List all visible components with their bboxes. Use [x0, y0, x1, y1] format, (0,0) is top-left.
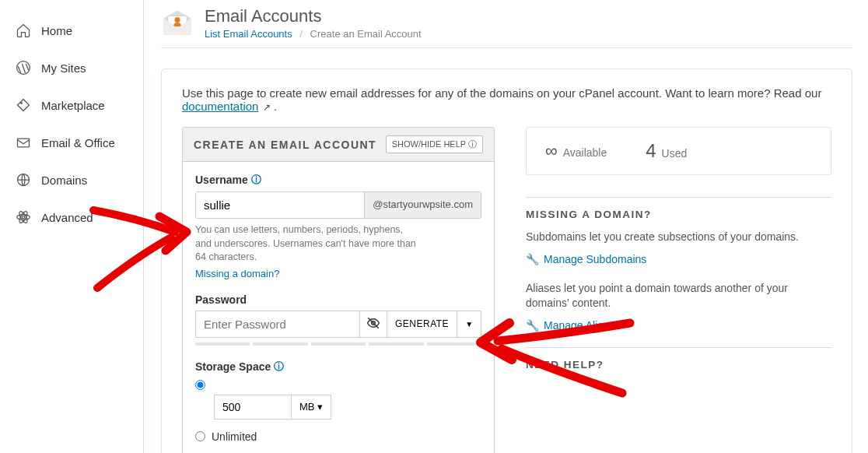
- used-count: 4: [646, 140, 656, 162]
- email-accounts-icon: [161, 6, 194, 39]
- breadcrumb-current: Create an Email Account: [310, 28, 422, 40]
- page-title: Email Accounts: [205, 6, 422, 26]
- wordpress-icon: [16, 60, 31, 76]
- password-strength-meter: [195, 342, 481, 346]
- create-account-box: CREATE AN EMAIL ACCOUNT SHOW/HIDE HELP ⓘ…: [182, 127, 495, 453]
- svg-point-1: [21, 103, 23, 104]
- atom-icon: [16, 209, 31, 225]
- stats-box: ∞ Available 4 Used: [526, 127, 831, 175]
- infinity-icon: ∞: [545, 141, 558, 161]
- sidebar-item-label: Home: [41, 24, 72, 37]
- username-hint: You can use letters, numbers, periods, h…: [195, 223, 481, 265]
- subdomain-desc: Subdomains let you create subsections of…: [526, 230, 831, 245]
- password-label: Password: [195, 293, 481, 306]
- alias-desc: Aliases let you point a domain towards a…: [526, 281, 831, 311]
- svg-point-5: [17, 215, 30, 220]
- help-icon[interactable]: ⓘ: [251, 173, 261, 187]
- sidebar-item-label: Marketplace: [41, 99, 105, 112]
- breadcrumb: List Email Accounts / Create an Email Ac…: [205, 28, 422, 40]
- sidebar-item-label: Email & Office: [41, 136, 115, 149]
- help-icon: ⓘ: [468, 139, 477, 149]
- manage-subdomains-link[interactable]: 🔧 Manage Subdomains: [526, 253, 646, 265]
- sidebar-item-label: Advanced: [41, 211, 93, 224]
- missing-domain-heading: MISSING A DOMAIN?: [526, 197, 831, 220]
- help-icon[interactable]: ⓘ: [274, 360, 284, 374]
- sidebar-item-domains[interactable]: Domains: [0, 161, 143, 198]
- svg-rect-2: [18, 139, 30, 147]
- available-label: Available: [563, 146, 607, 159]
- storage-unit-select[interactable]: MB ▾: [292, 395, 331, 420]
- sidebar: Home My Sites Marketplace Email & Office…: [0, 0, 144, 453]
- storage-value-input[interactable]: [214, 395, 292, 420]
- content-panel: Use this page to create new email addres…: [161, 68, 852, 453]
- domain-addon[interactable]: @startyourwpsite.com: [364, 192, 481, 218]
- sidebar-item-marketplace[interactable]: Marketplace: [0, 86, 143, 124]
- sidebar-item-advanced[interactable]: Advanced: [0, 198, 143, 236]
- generate-options-button[interactable]: ▼: [457, 311, 481, 338]
- wrench-icon: 🔧: [526, 319, 539, 332]
- eye-slash-icon: [366, 316, 380, 332]
- sidebar-item-email-office[interactable]: Email & Office: [0, 124, 143, 161]
- caret-down-icon: ▼: [465, 320, 473, 328]
- used-label: Used: [662, 147, 688, 160]
- intro-text: Use this page to create new email addres…: [182, 86, 831, 113]
- storage-fixed-radio[interactable]: [195, 380, 205, 390]
- wrench-icon: 🔧: [526, 253, 539, 265]
- svg-point-8: [175, 17, 180, 23]
- missing-domain-link[interactable]: Missing a domain?: [195, 268, 279, 279]
- username-label: Username ⓘ: [195, 173, 481, 187]
- storage-label: Storage Space ⓘ: [195, 360, 481, 374]
- sidebar-item-label: My Sites: [41, 61, 86, 75]
- page-header: Email Accounts List Email Accounts / Cre…: [161, 6, 852, 48]
- caret-down-icon: ▾: [317, 401, 323, 413]
- username-input[interactable]: [196, 192, 364, 218]
- home-icon: [16, 23, 31, 38]
- breadcrumb-separator: /: [299, 28, 303, 40]
- sidebar-item-home[interactable]: Home: [0, 12, 143, 49]
- sidebar-item-my-sites[interactable]: My Sites: [0, 49, 143, 86]
- tag-icon: [16, 97, 31, 113]
- envelope-icon: [16, 135, 31, 150]
- generate-password-button[interactable]: GENERATE: [387, 311, 457, 338]
- storage-unlimited-label: Unlimited: [212, 430, 257, 443]
- sidebar-item-label: Domains: [41, 174, 87, 187]
- breadcrumb-link[interactable]: List Email Accounts: [205, 28, 292, 40]
- globe-icon: [16, 172, 31, 188]
- need-help-heading: NEED HELP?: [526, 347, 831, 370]
- main-content: Email Accounts List Email Accounts / Cre…: [144, 0, 868, 453]
- create-heading: CREATE AN EMAIL ACCOUNT: [194, 139, 376, 151]
- external-link-icon: ↗: [260, 102, 270, 113]
- manage-aliases-link[interactable]: 🔧 Manage Aliases: [526, 319, 621, 332]
- password-input[interactable]: [195, 311, 359, 338]
- toggle-password-visibility-button[interactable]: [359, 311, 387, 338]
- documentation-link[interactable]: documentation: [182, 100, 258, 113]
- show-hide-help-button[interactable]: SHOW/HIDE HELP ⓘ: [386, 135, 483, 153]
- storage-unlimited-radio[interactable]: [195, 431, 205, 441]
- svg-point-4: [22, 216, 24, 218]
